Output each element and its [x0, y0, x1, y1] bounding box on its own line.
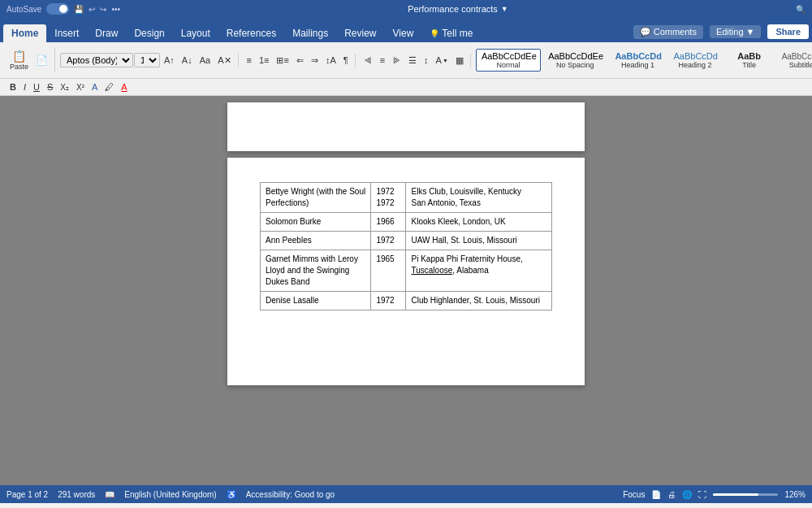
tab-references[interactable]: References: [218, 24, 284, 42]
table-cell-year: 1965: [371, 250, 406, 292]
artist-name: Ann Peebles: [266, 236, 312, 245]
table-row: Bettye Wright (with the Soul Perfections…: [261, 183, 552, 213]
tab-view[interactable]: View: [385, 24, 422, 42]
redo-icon[interactable]: ↪: [100, 5, 106, 14]
year-value: 1972: [376, 296, 394, 305]
style-no-spacing[interactable]: AaBbCcDdEe No Spacing: [542, 49, 607, 72]
artist-name: Garnet Mimms with Leroy Lloyd and the Sw…: [266, 254, 358, 286]
font-color-button[interactable]: A: [118, 80, 130, 93]
clipboard-button[interactable]: 📄: [32, 53, 51, 67]
borders-button[interactable]: ▦: [452, 54, 467, 67]
tab-tellme[interactable]: 💡 Tell me: [421, 24, 481, 42]
tab-insert[interactable]: Insert: [46, 24, 87, 42]
italic-button[interactable]: I: [20, 80, 29, 93]
strikethrough-button[interactable]: S: [44, 80, 56, 93]
font-group: Aptos (Body) 12 A↑ A↓ Aa A✕: [57, 53, 239, 67]
more-icon[interactable]: •••: [111, 5, 120, 14]
paste-button[interactable]: 📋 Paste: [6, 48, 32, 72]
ribbon-tabs: Home Insert Draw Design Layout Reference…: [0, 18, 812, 42]
focus-label[interactable]: Focus: [623, 490, 645, 499]
shading-button[interactable]: A▼: [433, 54, 451, 67]
style-gallery: AaBbCcDdEe Normal AaBbCcDdEe No Spacing …: [476, 46, 812, 76]
superscript-button[interactable]: X²: [73, 81, 88, 93]
venue-value: Pi Kappa Phi Fraternity House, Tuscaloos…: [411, 254, 522, 275]
doc-page-top[interactable]: [227, 102, 585, 151]
table-row: Solomon Burke 1966 Klooks Kleek, London,…: [261, 213, 552, 232]
tab-layout[interactable]: Layout: [173, 24, 218, 42]
table-cell-name: Solomon Burke: [261, 213, 371, 232]
clear-formatting-button[interactable]: A✕: [214, 54, 234, 67]
format-toolbar: B I U S X₂ X² A 🖊 A: [0, 79, 812, 96]
title-bar-left: AutoSave 💾 ↩ ↪ •••: [6, 3, 120, 15]
tab-mailings[interactable]: Mailings: [284, 24, 336, 42]
artist-name: Solomon Burke: [266, 217, 321, 226]
font-size-select[interactable]: 12: [134, 53, 160, 67]
numbering-button[interactable]: 1≡: [256, 54, 273, 67]
center-button[interactable]: ≡: [377, 54, 388, 67]
comments-button[interactable]: 💬 Comments: [633, 25, 703, 39]
decrease-font-button[interactable]: A↓: [179, 54, 196, 67]
title-dropdown-icon[interactable]: ▼: [501, 5, 508, 13]
table-row: Ann Peebles 1972 UAW Hall, St. Louis, Mi…: [261, 232, 552, 250]
style-title[interactable]: AaBb Title: [724, 49, 775, 72]
zoom-level[interactable]: 126%: [784, 490, 806, 499]
table-cell-name: Ann Peebles: [261, 232, 371, 250]
decrease-indent-button[interactable]: ⇐: [293, 54, 307, 67]
share-button[interactable]: Share: [767, 24, 809, 39]
increase-indent-button[interactable]: ⇒: [308, 54, 322, 67]
subscript-button[interactable]: X₂: [57, 81, 72, 93]
style-subtitle[interactable]: AaBbCcDd Subtitle: [776, 50, 812, 72]
underline-button[interactable]: U: [30, 80, 43, 93]
style-heading2[interactable]: AaBbCcDd Heading 2: [668, 49, 723, 72]
view-mode-fullscreen-icon[interactable]: ⛶: [698, 490, 706, 499]
doc-page-main[interactable]: Bettye Wright (with the Soul Perfections…: [227, 158, 585, 385]
show-formatting-button[interactable]: ¶: [340, 54, 352, 67]
comment-icon: 💬: [640, 27, 651, 37]
page-info: Page 1 of 2: [6, 490, 48, 499]
table-row: Garnet Mimms with Leroy Lloyd and the Sw…: [261, 250, 552, 292]
line-spacing-button[interactable]: ↕: [421, 54, 432, 67]
tab-review[interactable]: Review: [336, 24, 384, 42]
align-left-button[interactable]: ⫷: [361, 54, 376, 67]
view-mode-print-icon[interactable]: 🖨: [667, 490, 676, 499]
tab-home[interactable]: Home: [3, 24, 46, 42]
undo-icon[interactable]: ↩: [89, 5, 95, 14]
multilevel-button[interactable]: ⊞≡: [273, 54, 292, 67]
change-case-button[interactable]: Aa: [197, 54, 214, 67]
tab-draw[interactable]: Draw: [87, 24, 126, 42]
accessibility-icon[interactable]: ♿: [227, 490, 236, 499]
editing-button[interactable]: Editing ▼: [710, 25, 762, 38]
table-cell-venue: Klooks Kleek, London, UK: [406, 213, 552, 232]
spell-check-icon[interactable]: 📖: [105, 490, 114, 499]
accessibility-status: Accessibility: Good to go: [246, 490, 335, 499]
paste-icon: 📋: [12, 50, 26, 63]
table-cell-year: 1966: [371, 213, 406, 232]
venue-value: Klooks Kleek, London, UK: [411, 217, 505, 226]
search-icon[interactable]: 🔍: [796, 5, 806, 14]
autosave-label: AutoSave: [6, 5, 41, 14]
style-heading1[interactable]: AaBbCcDd Heading 1: [609, 49, 666, 72]
justify-button[interactable]: ☰: [405, 54, 420, 67]
highlight-button[interactable]: 🖊: [102, 80, 117, 93]
table-cell-venue: UAW Hall, St. Louis, Missouri: [406, 232, 552, 250]
table-cell-name: Garnet Mimms with Leroy Lloyd and the Sw…: [261, 250, 371, 292]
bold-button[interactable]: B: [6, 80, 19, 93]
bullets-button[interactable]: ≡: [244, 54, 255, 67]
language[interactable]: English (United Kingdom): [124, 490, 216, 499]
table-cell-venue: Pi Kappa Phi Fraternity House, Tuscaloos…: [406, 250, 552, 292]
title-bar-right: 🔍: [796, 5, 806, 14]
font-name-select[interactable]: Aptos (Body): [60, 53, 133, 67]
sort-button[interactable]: ↕A: [322, 54, 339, 67]
increase-font-button[interactable]: A↑: [161, 54, 178, 67]
view-mode-read-icon[interactable]: 📄: [651, 490, 661, 499]
tab-design[interactable]: Design: [126, 24, 172, 42]
year-value: 1965: [376, 254, 394, 263]
table-cell-year: 1972: [371, 232, 406, 250]
text-effects-button[interactable]: A: [89, 80, 101, 93]
view-mode-web-icon[interactable]: 🌐: [682, 490, 692, 499]
autosave-toggle[interactable]: [46, 3, 69, 15]
style-normal[interactable]: AaBbCcDdEe Normal: [476, 49, 541, 72]
zoom-slider[interactable]: [713, 493, 778, 496]
save-icon[interactable]: 💾: [74, 5, 84, 14]
align-right-button[interactable]: ⫸: [389, 54, 404, 67]
